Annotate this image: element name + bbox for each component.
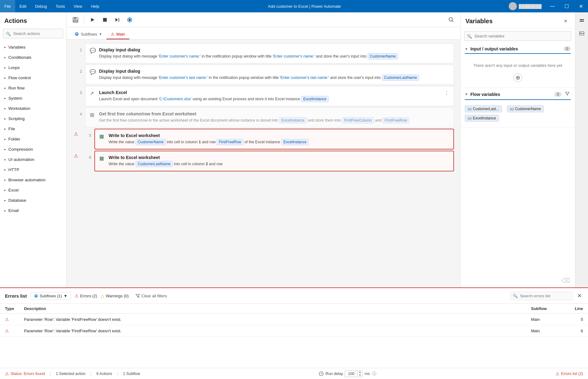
menu-debug[interactable]: Debug: [31, 0, 51, 12]
step-badge: FirstFreeRow: [383, 117, 409, 123]
errors-subflows-filter[interactable]: Subflows (1) ▼: [31, 292, 71, 300]
sidebar-item-email[interactable]: ▸ Email: [0, 205, 66, 216]
step-card[interactable]: 💬 Display input dialog Display input dia…: [85, 43, 454, 63]
col-subflow: Subflow: [526, 304, 563, 314]
sidebar-item-ui-automation[interactable]: ▸ UI automation: [0, 154, 66, 165]
var-chip-excelinstance[interactable]: {x} ExcelInstance: [465, 115, 499, 122]
svg-point-9: [128, 19, 131, 21]
errors-link-icon: ⚠: [556, 371, 560, 376]
sidebar-item-excel[interactable]: ▸ Excel: [0, 185, 66, 195]
errors-search-icon: 🔍: [513, 294, 518, 298]
step-desc: Get the first free column/row in the act…: [99, 117, 409, 123]
var-chip-customername[interactable]: {x} CustomerName: [507, 106, 544, 112]
errors-list-link[interactable]: ⚠ Errors list (2): [556, 371, 583, 376]
errors-label: Errors (2): [80, 294, 97, 298]
sidebar-item-run-flow[interactable]: ▸ Run flow: [0, 83, 66, 93]
menu-edit[interactable]: Edit: [15, 0, 31, 12]
sidebar-item-scripting[interactable]: ▸ Scripting: [0, 114, 66, 124]
excel-icon: ▦: [90, 112, 96, 118]
actions-list: ▸ Variables ▸ Conditionals ▸ Loops ▸ Flo…: [0, 41, 66, 287]
errors-list-link-label: Errors list (2): [561, 372, 583, 376]
step-badge: CustomerLastName: [136, 161, 173, 167]
record-button[interactable]: [124, 15, 135, 25]
sidebar-item-http[interactable]: ▸ HTTP: [0, 165, 66, 175]
errors-table: Type Description Subflow Line ⚠ Paramete…: [0, 304, 588, 368]
layers-icon-button[interactable]: [577, 15, 587, 25]
warnings-count: △ Warnings (0): [101, 293, 129, 298]
sidebar-item-label: File: [8, 127, 15, 131]
save-button[interactable]: [70, 15, 81, 25]
flow-step-1: 1 💬 Display input dialog Display input d…: [73, 43, 454, 63]
variables-close-button[interactable]: ✕: [561, 17, 570, 25]
errors-close-button[interactable]: ✕: [576, 291, 583, 300]
var-chip-customerlast[interactable]: {x} CustomerLast...: [465, 106, 502, 112]
actions-search-container: 🔍: [3, 29, 63, 38]
sidebar-item-label: Run flow: [8, 86, 25, 90]
menu-help[interactable]: Help: [87, 0, 104, 12]
step-card[interactable]: ▦ Write to Excel worksheet Write the val…: [94, 151, 454, 171]
add-io-variable-button[interactable]: ⊕: [513, 73, 522, 82]
selected-action-count: 1 Selected action: [56, 372, 85, 376]
variables-search-input[interactable]: [464, 31, 571, 41]
variables-panel: Variables ✕ 🔍 ▼ Input / output variables…: [460, 12, 575, 287]
chevron-right-icon: ▸: [4, 137, 6, 141]
run-delay-info-button[interactable]: ⓘ: [372, 371, 377, 377]
tab-subflows[interactable]: Subflows ▼: [70, 27, 106, 39]
minimize-button[interactable]: ―: [545, 0, 560, 12]
chevron-right-icon: ▸: [4, 168, 6, 171]
close-button[interactable]: ✕: [574, 0, 588, 12]
subflows-tab-label: Subflows: [81, 32, 97, 37]
error-row-1[interactable]: ⚠ Parameter 'Row': Variable 'FirstFreeRo…: [0, 314, 588, 325]
sidebar-item-system[interactable]: ▸ System: [0, 93, 66, 103]
run-button[interactable]: [87, 15, 98, 25]
run-delay-input[interactable]: 100 ▲ ▼: [345, 370, 363, 377]
step-badge: FirstFreeRow: [217, 139, 243, 145]
sidebar-item-label: Excel: [8, 188, 19, 192]
sidebar-item-flow-control[interactable]: ▸ Flow control: [0, 73, 66, 83]
sidebar-item-workstation[interactable]: ▸ Workstation: [0, 103, 66, 114]
image-icon-button[interactable]: [577, 28, 587, 38]
var-chip-icon: {x}: [468, 116, 472, 120]
step-card[interactable]: ▦ Write to Excel worksheet Write the val…: [94, 129, 454, 149]
sidebar-item-conditionals[interactable]: ▸ Conditionals: [0, 52, 66, 62]
sidebar-item-database[interactable]: ▸ Database: [0, 195, 66, 205]
menu-tools[interactable]: Tools: [51, 0, 69, 12]
sidebar-item-folder[interactable]: ▸ Folder: [0, 134, 66, 144]
svg-line-18: [138, 296, 140, 298]
error-type-cell: ⚠: [0, 325, 19, 337]
run-delay-down-button[interactable]: ▼: [357, 374, 362, 377]
sidebar-item-loops[interactable]: ▸ Loops: [0, 62, 66, 73]
sidebar-item-variables[interactable]: ▸ Variables: [0, 42, 66, 52]
error-line-cell: 5: [563, 314, 588, 325]
step-card[interactable]: ⋮ ↗ Launch Excel Launch Excel and open d…: [85, 86, 454, 106]
error-icon-red: ⚠: [5, 317, 9, 322]
run-delay-value: 100: [345, 371, 357, 377]
clear-all-filters-button[interactable]: Clear all filters: [132, 292, 170, 299]
menu-file[interactable]: File: [0, 0, 15, 12]
actions-search-input[interactable]: [3, 29, 63, 38]
sidebar-item-file[interactable]: ▸ File: [0, 124, 66, 134]
canvas-search-button[interactable]: [446, 15, 456, 25]
io-section-header[interactable]: ▼ Input / output variables 0: [460, 43, 575, 53]
step-card[interactable]: ▦ Get first free column/row from Excel w…: [85, 107, 454, 127]
flow-vars-filter-button[interactable]: [564, 91, 571, 97]
errors-search-input[interactable]: [510, 292, 572, 300]
sidebar-item-compression[interactable]: ▸ Compression: [0, 144, 66, 154]
step-button[interactable]: [112, 15, 123, 25]
stop-button[interactable]: [100, 15, 110, 25]
flow-vars-chevron-icon: ▼: [465, 93, 468, 96]
run-delay-up-button[interactable]: ▲: [357, 371, 362, 374]
maximize-button[interactable]: ☐: [560, 0, 574, 12]
step-title: Write to Excel worksheet: [109, 133, 309, 138]
tab-main[interactable]: ⚠ Main: [106, 27, 129, 39]
step-card[interactable]: 💬 Display input dialog Display input dia…: [85, 65, 454, 85]
step-error-indicator: ⚠: [73, 129, 79, 135]
sidebar-item-browser-automation[interactable]: ▸ Browser automation: [0, 175, 66, 185]
step-more-button[interactable]: ⋮: [443, 89, 451, 97]
step-desc: Launch Excel and open document 'C:\Custo…: [99, 96, 329, 102]
subflows-chevron-icon: ▼: [99, 32, 102, 36]
menu-view[interactable]: View: [69, 0, 87, 12]
subflow-count: 1 Subflow: [123, 372, 140, 376]
error-row-2[interactable]: ⚠ Parameter 'Row': Variable 'FirstFreeRo…: [0, 325, 588, 337]
col-line: Line: [563, 304, 588, 314]
